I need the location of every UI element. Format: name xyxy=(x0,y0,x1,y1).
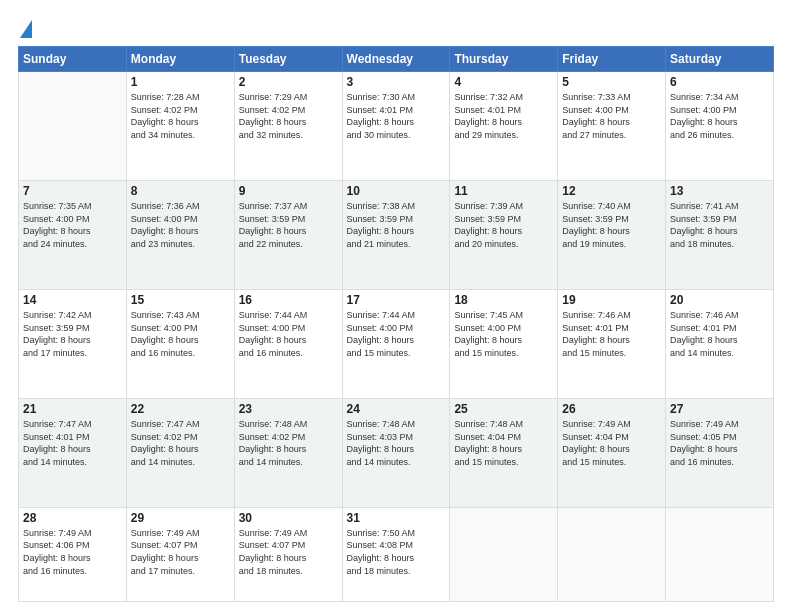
calendar-cell xyxy=(558,507,666,601)
day-info: Sunrise: 7:28 AM Sunset: 4:02 PM Dayligh… xyxy=(131,91,230,141)
day-info: Sunrise: 7:49 AM Sunset: 4:07 PM Dayligh… xyxy=(239,527,338,577)
calendar-cell: 7Sunrise: 7:35 AM Sunset: 4:00 PM Daylig… xyxy=(19,180,127,289)
calendar-cell: 30Sunrise: 7:49 AM Sunset: 4:07 PM Dayli… xyxy=(234,507,342,601)
day-number: 23 xyxy=(239,402,338,416)
day-info: Sunrise: 7:40 AM Sunset: 3:59 PM Dayligh… xyxy=(562,200,661,250)
day-number: 7 xyxy=(23,184,122,198)
calendar-cell xyxy=(19,72,127,181)
day-info: Sunrise: 7:30 AM Sunset: 4:01 PM Dayligh… xyxy=(347,91,446,141)
page: SundayMondayTuesdayWednesdayThursdayFrid… xyxy=(0,0,792,612)
calendar-week-row: 14Sunrise: 7:42 AM Sunset: 3:59 PM Dayli… xyxy=(19,289,774,398)
day-number: 4 xyxy=(454,75,553,89)
day-info: Sunrise: 7:48 AM Sunset: 4:02 PM Dayligh… xyxy=(239,418,338,468)
day-number: 10 xyxy=(347,184,446,198)
calendar-cell: 2Sunrise: 7:29 AM Sunset: 4:02 PM Daylig… xyxy=(234,72,342,181)
day-info: Sunrise: 7:49 AM Sunset: 4:04 PM Dayligh… xyxy=(562,418,661,468)
day-info: Sunrise: 7:47 AM Sunset: 4:02 PM Dayligh… xyxy=(131,418,230,468)
calendar-cell: 27Sunrise: 7:49 AM Sunset: 4:05 PM Dayli… xyxy=(666,398,774,507)
calendar-cell: 12Sunrise: 7:40 AM Sunset: 3:59 PM Dayli… xyxy=(558,180,666,289)
calendar-cell: 19Sunrise: 7:46 AM Sunset: 4:01 PM Dayli… xyxy=(558,289,666,398)
calendar-cell: 21Sunrise: 7:47 AM Sunset: 4:01 PM Dayli… xyxy=(19,398,127,507)
day-number: 14 xyxy=(23,293,122,307)
calendar-cell: 23Sunrise: 7:48 AM Sunset: 4:02 PM Dayli… xyxy=(234,398,342,507)
day-number: 25 xyxy=(454,402,553,416)
weekday-header: Saturday xyxy=(666,47,774,72)
day-info: Sunrise: 7:43 AM Sunset: 4:00 PM Dayligh… xyxy=(131,309,230,359)
weekday-header: Tuesday xyxy=(234,47,342,72)
day-info: Sunrise: 7:37 AM Sunset: 3:59 PM Dayligh… xyxy=(239,200,338,250)
day-number: 1 xyxy=(131,75,230,89)
day-number: 22 xyxy=(131,402,230,416)
day-number: 17 xyxy=(347,293,446,307)
day-info: Sunrise: 7:48 AM Sunset: 4:03 PM Dayligh… xyxy=(347,418,446,468)
day-number: 26 xyxy=(562,402,661,416)
day-number: 31 xyxy=(347,511,446,525)
day-info: Sunrise: 7:46 AM Sunset: 4:01 PM Dayligh… xyxy=(670,309,769,359)
weekday-header: Sunday xyxy=(19,47,127,72)
calendar-cell: 8Sunrise: 7:36 AM Sunset: 4:00 PM Daylig… xyxy=(126,180,234,289)
day-number: 24 xyxy=(347,402,446,416)
calendar-cell: 24Sunrise: 7:48 AM Sunset: 4:03 PM Dayli… xyxy=(342,398,450,507)
calendar-cell: 18Sunrise: 7:45 AM Sunset: 4:00 PM Dayli… xyxy=(450,289,558,398)
calendar-week-row: 21Sunrise: 7:47 AM Sunset: 4:01 PM Dayli… xyxy=(19,398,774,507)
day-info: Sunrise: 7:35 AM Sunset: 4:00 PM Dayligh… xyxy=(23,200,122,250)
day-number: 16 xyxy=(239,293,338,307)
calendar-cell: 15Sunrise: 7:43 AM Sunset: 4:00 PM Dayli… xyxy=(126,289,234,398)
logo xyxy=(18,18,32,38)
calendar-cell: 31Sunrise: 7:50 AM Sunset: 4:08 PM Dayli… xyxy=(342,507,450,601)
day-number: 2 xyxy=(239,75,338,89)
day-number: 20 xyxy=(670,293,769,307)
calendar-cell: 11Sunrise: 7:39 AM Sunset: 3:59 PM Dayli… xyxy=(450,180,558,289)
day-number: 28 xyxy=(23,511,122,525)
day-info: Sunrise: 7:33 AM Sunset: 4:00 PM Dayligh… xyxy=(562,91,661,141)
day-info: Sunrise: 7:36 AM Sunset: 4:00 PM Dayligh… xyxy=(131,200,230,250)
day-number: 19 xyxy=(562,293,661,307)
day-number: 15 xyxy=(131,293,230,307)
day-info: Sunrise: 7:34 AM Sunset: 4:00 PM Dayligh… xyxy=(670,91,769,141)
header xyxy=(18,18,774,38)
calendar-cell: 3Sunrise: 7:30 AM Sunset: 4:01 PM Daylig… xyxy=(342,72,450,181)
calendar-cell: 9Sunrise: 7:37 AM Sunset: 3:59 PM Daylig… xyxy=(234,180,342,289)
calendar-cell: 25Sunrise: 7:48 AM Sunset: 4:04 PM Dayli… xyxy=(450,398,558,507)
day-info: Sunrise: 7:49 AM Sunset: 4:07 PM Dayligh… xyxy=(131,527,230,577)
day-info: Sunrise: 7:41 AM Sunset: 3:59 PM Dayligh… xyxy=(670,200,769,250)
weekday-header: Wednesday xyxy=(342,47,450,72)
day-number: 6 xyxy=(670,75,769,89)
calendar-week-row: 28Sunrise: 7:49 AM Sunset: 4:06 PM Dayli… xyxy=(19,507,774,601)
day-info: Sunrise: 7:45 AM Sunset: 4:00 PM Dayligh… xyxy=(454,309,553,359)
calendar-cell xyxy=(666,507,774,601)
calendar-cell: 26Sunrise: 7:49 AM Sunset: 4:04 PM Dayli… xyxy=(558,398,666,507)
day-number: 18 xyxy=(454,293,553,307)
day-number: 21 xyxy=(23,402,122,416)
day-info: Sunrise: 7:49 AM Sunset: 4:05 PM Dayligh… xyxy=(670,418,769,468)
day-number: 13 xyxy=(670,184,769,198)
day-info: Sunrise: 7:42 AM Sunset: 3:59 PM Dayligh… xyxy=(23,309,122,359)
day-number: 11 xyxy=(454,184,553,198)
day-info: Sunrise: 7:50 AM Sunset: 4:08 PM Dayligh… xyxy=(347,527,446,577)
day-info: Sunrise: 7:32 AM Sunset: 4:01 PM Dayligh… xyxy=(454,91,553,141)
logo-triangle-icon xyxy=(20,20,32,38)
day-number: 30 xyxy=(239,511,338,525)
calendar-cell: 14Sunrise: 7:42 AM Sunset: 3:59 PM Dayli… xyxy=(19,289,127,398)
calendar-cell: 1Sunrise: 7:28 AM Sunset: 4:02 PM Daylig… xyxy=(126,72,234,181)
weekday-header: Thursday xyxy=(450,47,558,72)
day-number: 29 xyxy=(131,511,230,525)
day-info: Sunrise: 7:46 AM Sunset: 4:01 PM Dayligh… xyxy=(562,309,661,359)
calendar: SundayMondayTuesdayWednesdayThursdayFrid… xyxy=(18,46,774,602)
calendar-cell xyxy=(450,507,558,601)
day-number: 12 xyxy=(562,184,661,198)
day-info: Sunrise: 7:29 AM Sunset: 4:02 PM Dayligh… xyxy=(239,91,338,141)
day-info: Sunrise: 7:38 AM Sunset: 3:59 PM Dayligh… xyxy=(347,200,446,250)
day-info: Sunrise: 7:39 AM Sunset: 3:59 PM Dayligh… xyxy=(454,200,553,250)
calendar-cell: 6Sunrise: 7:34 AM Sunset: 4:00 PM Daylig… xyxy=(666,72,774,181)
weekday-header: Monday xyxy=(126,47,234,72)
calendar-cell: 20Sunrise: 7:46 AM Sunset: 4:01 PM Dayli… xyxy=(666,289,774,398)
calendar-cell: 10Sunrise: 7:38 AM Sunset: 3:59 PM Dayli… xyxy=(342,180,450,289)
calendar-cell: 13Sunrise: 7:41 AM Sunset: 3:59 PM Dayli… xyxy=(666,180,774,289)
day-info: Sunrise: 7:44 AM Sunset: 4:00 PM Dayligh… xyxy=(347,309,446,359)
calendar-cell: 22Sunrise: 7:47 AM Sunset: 4:02 PM Dayli… xyxy=(126,398,234,507)
calendar-cell: 16Sunrise: 7:44 AM Sunset: 4:00 PM Dayli… xyxy=(234,289,342,398)
day-number: 8 xyxy=(131,184,230,198)
calendar-cell: 5Sunrise: 7:33 AM Sunset: 4:00 PM Daylig… xyxy=(558,72,666,181)
day-number: 9 xyxy=(239,184,338,198)
